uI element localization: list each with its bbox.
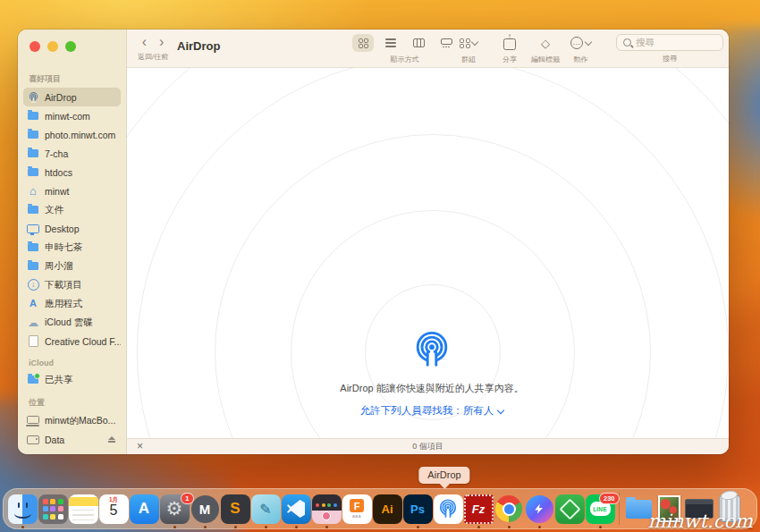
dock: 1月 5 A ⚙ 1 M S ✎: [3, 488, 757, 529]
eject-icon[interactable]: [108, 436, 115, 443]
group-control[interactable]: 群組: [460, 34, 477, 64]
sidebar-item-macbook[interactable]: minwt的MacBo...: [23, 411, 121, 430]
sidebar-section-favorites: 喜好項目: [29, 73, 126, 85]
sidebar-item-icloud-drive[interactable]: ☁ iCloud 雲碟: [23, 313, 121, 332]
dock-item-app-store[interactable]: A: [129, 488, 159, 529]
main-area: ‹ › 返回/往前 AirDrop: [127, 30, 729, 454]
chrome-icon: [494, 494, 524, 524]
tags-control[interactable]: ◇ 編輯標籤: [531, 34, 560, 64]
photoshop-icon: Ps: [403, 494, 433, 524]
dock-item-media-app[interactable]: [311, 488, 342, 529]
dock-item-notes[interactable]: [68, 488, 98, 529]
dock-item-illustrator[interactable]: Ai: [372, 488, 402, 529]
view-list-button[interactable]: [380, 34, 401, 52]
dock-item-green-diamond-app[interactable]: [554, 488, 585, 529]
airdrop-allow-text: 允許下列人員尋找我：所有人: [360, 404, 494, 418]
share-control[interactable]: ↑ 分享: [502, 34, 517, 64]
airdrop-allow-link[interactable]: 允許下列人員尋找我：所有人: [360, 404, 504, 418]
tags-label: 編輯標籤: [531, 55, 560, 64]
nav-label: 返回/往前: [138, 52, 168, 62]
mamp-icon: M: [190, 494, 220, 524]
launchpad-icon: [38, 494, 68, 524]
columns-icon: [413, 38, 425, 47]
group-label: 群組: [461, 55, 476, 64]
sidebar-item-label: 應用程式: [45, 298, 82, 310]
sidebar-item-desktop[interactable]: Desktop: [23, 219, 121, 238]
chevron-down-icon: [497, 406, 504, 413]
view-gallery-button[interactable]: [435, 34, 457, 52]
sidebar-item-shenshi[interactable]: 申時七茶: [23, 238, 121, 257]
dock-item-photoshop[interactable]: Ps: [402, 488, 433, 529]
view-columns-button[interactable]: [408, 34, 429, 52]
chevron-down-icon: [585, 38, 592, 45]
airdrop-large-icon: [411, 329, 452, 370]
sidebar-item-label: 周小溜: [45, 260, 73, 273]
fontbase-icon: F aaa: [342, 494, 372, 524]
sidebar-section-locations: 位置: [29, 397, 126, 409]
dock-item-launchpad[interactable]: [38, 488, 68, 529]
toolbar: ‹ › 返回/往前 AirDrop: [127, 30, 729, 68]
dock-item-filezilla[interactable]: Fz: [463, 488, 494, 529]
dock-item-messenger[interactable]: [524, 488, 554, 529]
sidebar-item-label: 7-cha: [45, 148, 68, 159]
airdrop-center: AirDrop 能讓你快速與附近的人共享內容。 允許下列人員尋找我：所有人: [253, 329, 611, 418]
dock-item-airdrop[interactable]: [433, 488, 463, 529]
dock-item-chrome[interactable]: [494, 488, 524, 529]
sidebar-item-downloads[interactable]: ↓ 下載項目: [23, 275, 121, 294]
sidebar-item-documents[interactable]: 文件: [23, 200, 121, 219]
sidebar-item-label: 文件: [45, 204, 63, 216]
notes-icon: [69, 494, 98, 524]
filezilla-icon: Fz: [464, 494, 494, 524]
dock-item-vscode[interactable]: [281, 488, 311, 529]
sidebar-item-label: Data: [45, 435, 64, 445]
sidebar: 喜好項目 AirDrop minwt-com: [18, 30, 127, 454]
dock-item-fontbase[interactable]: F aaa: [342, 488, 372, 529]
dock-item-finder[interactable]: [7, 488, 38, 529]
sidebar-item-7cha[interactable]: 7-cha: [23, 144, 121, 163]
dock-item-line[interactable]: LINE 230: [585, 488, 615, 529]
document-icon: [27, 335, 39, 347]
dock-item-system-settings[interactable]: ⚙ 1: [159, 488, 190, 529]
airdrop-description: AirDrop 能讓你快速與附近的人共享內容。: [340, 382, 523, 395]
view-grid-button[interactable]: [352, 34, 374, 52]
back-button[interactable]: ‹: [142, 34, 147, 49]
sidebar-item-label: 下載項目: [45, 279, 82, 291]
close-icon[interactable]: ×: [137, 440, 143, 453]
sidebar-item-photo-minwt[interactable]: photo.minwt.com: [23, 125, 121, 144]
sidebar-item-shared[interactable]: 已共享: [23, 370, 121, 389]
app-store-icon: A: [130, 494, 159, 524]
grid-icon: [359, 38, 368, 48]
close-window-button[interactable]: [30, 41, 40, 52]
dock-item-calendar[interactable]: 1月 5: [98, 488, 129, 529]
cloud-icon: ☁: [27, 317, 39, 328]
sidebar-item-creative-cloud[interactable]: Creative Cloud F...: [23, 332, 121, 350]
sublime-text-icon: S: [221, 494, 250, 524]
action-control[interactable]: … 動作: [570, 34, 591, 64]
traffic-lights: [30, 41, 76, 52]
dock-item-mamp[interactable]: M: [190, 488, 220, 529]
chevron-down-icon: [471, 38, 478, 45]
forward-button[interactable]: ›: [159, 34, 164, 49]
status-bar: × 0 個項目: [127, 438, 729, 454]
minimize-window-button[interactable]: [47, 41, 58, 52]
sidebar-item-onedrive[interactable]: ☁ OneDrive: [23, 449, 121, 454]
dock-item-coteditor[interactable]: ✎: [250, 488, 281, 529]
search-input[interactable]: 搜尋: [616, 34, 723, 51]
view-label: 顯示方式: [391, 55, 419, 64]
sidebar-item-applications[interactable]: A 應用程式: [23, 294, 121, 313]
sidebar-item-airdrop[interactable]: AirDrop: [23, 88, 121, 106]
sidebar-section-icloud: iCloud: [29, 359, 126, 367]
sidebar-item-data-volume[interactable]: Data: [23, 430, 121, 449]
sidebar-item-zhouxiaoliu[interactable]: 周小溜: [23, 257, 121, 275]
calendar-day: 5: [110, 502, 118, 519]
sidebar-item-minwt-com[interactable]: minwt-com: [23, 106, 121, 125]
sidebar-item-minwt-home[interactable]: ⌂ minwt: [23, 182, 121, 200]
share-label: 分享: [502, 55, 517, 64]
view-mode-segment: 顯示方式: [352, 34, 457, 64]
dock-item-sublime-text[interactable]: S: [220, 488, 250, 529]
action-label: 動作: [574, 55, 588, 64]
sidebar-item-htdocs[interactable]: htdocs: [23, 163, 121, 182]
zoom-window-button[interactable]: [65, 41, 76, 52]
folder-icon: [27, 131, 39, 139]
sidebar-item-label: minwt的MacBo...: [45, 415, 115, 427]
